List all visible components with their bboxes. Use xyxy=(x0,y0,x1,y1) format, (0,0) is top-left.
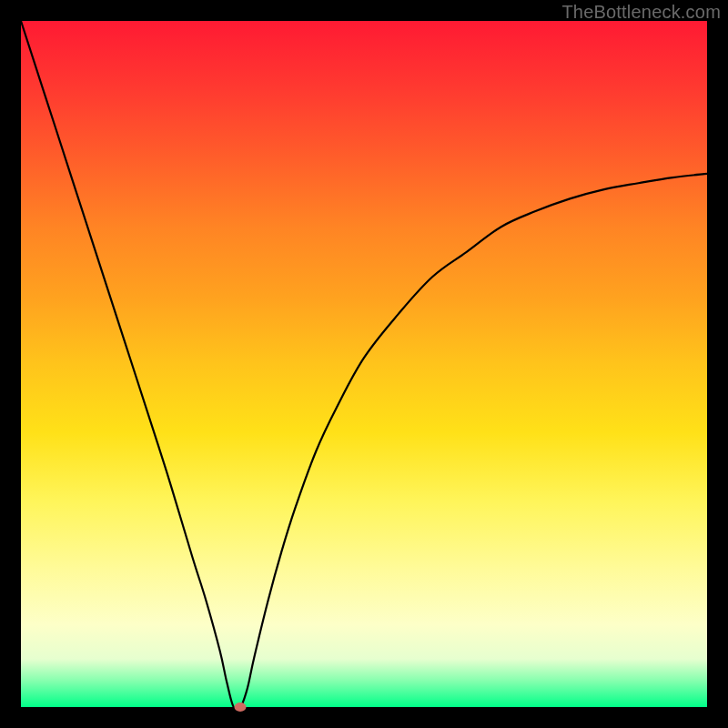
watermark-text: TheBottleneck.com xyxy=(561,2,721,23)
curve-path xyxy=(21,21,707,710)
bottleneck-curve xyxy=(21,21,707,707)
minimum-marker xyxy=(235,703,247,712)
